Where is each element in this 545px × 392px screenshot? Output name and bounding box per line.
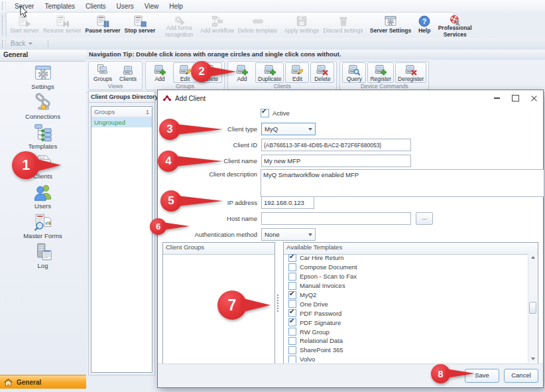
delete-template-button[interactable]: Delete template <box>236 13 280 38</box>
ribbon-device-query-button[interactable]: Query <box>342 62 366 83</box>
professional-services-button[interactable]: Professional Services <box>436 13 474 38</box>
client-id-field[interactable] <box>261 139 411 151</box>
server-settings-button[interactable]: Server Settings <box>368 13 413 38</box>
template-row[interactable]: PDF Signature <box>284 318 528 327</box>
dialog-title: Add Client <box>175 95 206 102</box>
add-forms-recognition-button[interactable]: Add forms recognition <box>160 13 198 38</box>
ribbon-group-clients: Add Duplicate Edit Delete Clien <box>227 61 337 90</box>
sidebar-item-connections[interactable]: Connections <box>0 93 86 121</box>
ribbon-group-device-commands: Query Register Deregister Device Command… <box>339 61 429 90</box>
template-checkbox[interactable] <box>288 300 296 308</box>
authentication-method-select[interactable]: None <box>261 228 316 241</box>
ribbon-views-groups-button[interactable]: Groups <box>91 62 115 83</box>
templates-icon <box>33 123 53 143</box>
template-checkbox[interactable] <box>288 309 296 317</box>
add-workflow-button[interactable]: Add workflow <box>198 13 236 38</box>
scroll-up-icon[interactable] <box>528 253 537 261</box>
sidebar-footer-general[interactable]: General <box>0 375 89 389</box>
sidebar-item-settings[interactable]: Settings <box>0 63 86 91</box>
panel-splitter[interactable] <box>275 242 282 364</box>
group-row-ungrouped[interactable]: Ungrouped <box>91 117 152 127</box>
menu-view[interactable]: View <box>139 1 164 11</box>
template-row[interactable]: MyQ2 <box>284 291 528 300</box>
chevron-down-icon <box>308 128 312 131</box>
template-label: PDF Signature <box>300 319 341 326</box>
cancel-button[interactable]: Cancel <box>504 369 538 383</box>
template-checkbox[interactable] <box>288 263 296 271</box>
template-row[interactable]: RW Group <box>284 327 528 336</box>
resume-server-button[interactable]: Resume server <box>41 13 84 38</box>
master-forms-icon <box>33 212 53 232</box>
menu-templates[interactable]: Templates <box>39 1 80 11</box>
menu-users[interactable]: Users <box>111 1 139 11</box>
stop-server-button[interactable]: Stop server <box>123 13 158 38</box>
template-row[interactable]: Volvo <box>284 355 528 363</box>
apply-settings-button[interactable]: Apply settings <box>282 13 321 38</box>
template-checkbox[interactable] <box>288 273 296 281</box>
callout-5: 5 <box>160 190 223 212</box>
ribbon-button-label: Duplicate <box>258 76 281 82</box>
template-checkbox[interactable] <box>288 291 296 299</box>
minimize-button[interactable] <box>487 91 506 105</box>
button-label: Professional Services <box>438 25 472 38</box>
template-row[interactable]: Manual Invoices <box>284 281 528 291</box>
template-row[interactable]: Relational Data <box>284 336 528 346</box>
help-button[interactable]: Help <box>416 13 433 38</box>
ribbon-device-register-button[interactable]: Register <box>367 62 394 83</box>
sidebar-item-users[interactable]: Users <box>0 182 86 210</box>
button-label: Resume server <box>43 28 82 34</box>
ribbon-clients-duplicate-button[interactable]: Duplicate <box>255 62 284 83</box>
template-row[interactable]: SharePoint 365 <box>284 346 528 355</box>
ribbon-clients-edit-button[interactable]: Edit <box>285 62 309 83</box>
ribbon-device-deregister-button[interactable]: Deregister <box>395 62 426 83</box>
dialog-title-bar[interactable]: Add Client <box>158 90 543 106</box>
template-row[interactable]: PDF Password <box>284 308 528 318</box>
templates-scrollbar[interactable] <box>528 253 537 363</box>
back-button[interactable]: Back <box>11 38 32 48</box>
template-row[interactable]: Car Hire Return <box>284 253 528 263</box>
template-checkbox[interactable] <box>288 337 296 345</box>
callout-2: 2 <box>191 61 236 82</box>
template-row[interactable]: Compose Document <box>284 263 528 272</box>
maximize-button[interactable] <box>506 91 524 105</box>
ribbon-clients-delete-button[interactable]: Delete <box>310 62 334 83</box>
template-row[interactable]: One Drive <box>284 299 528 308</box>
ribbon-views-clients-button[interactable]: Clients <box>116 62 140 83</box>
template-label: PDF Password <box>300 310 341 317</box>
sidebar-item-templates[interactable]: Templates <box>0 123 86 151</box>
ribbon-button-label: Groups <box>93 76 112 82</box>
menu-clients[interactable]: Clients <box>80 1 111 11</box>
client-type-select[interactable]: MyQ <box>261 123 316 135</box>
host-name-field[interactable] <box>261 212 411 225</box>
scrollbar-thumb[interactable] <box>529 302 536 314</box>
template-checkbox[interactable] <box>288 318 296 326</box>
pause-server-button[interactable]: Pause server <box>84 13 123 38</box>
close-button[interactable] <box>524 91 543 105</box>
sidebar-item-master-forms[interactable]: Master Forms <box>0 212 86 240</box>
template-label: Volvo <box>300 356 315 363</box>
template-checkbox[interactable] <box>288 282 296 290</box>
browse-button[interactable]: ... <box>416 212 433 225</box>
groups-list-header[interactable]: Groups 1 <box>91 107 152 117</box>
client-name-field[interactable] <box>261 155 411 167</box>
ribbon-groups-add-button[interactable]: Add <box>148 62 172 83</box>
connections-icon <box>33 93 53 113</box>
template-checkbox[interactable] <box>288 346 296 354</box>
sidebar-item-label: Templates <box>29 143 57 150</box>
template-checkbox[interactable] <box>288 356 296 363</box>
button-label: Start server <box>10 28 39 34</box>
menu-help[interactable]: Help <box>164 1 188 11</box>
active-checkbox[interactable] <box>261 109 269 117</box>
template-checkbox[interactable] <box>288 254 296 262</box>
discard-settings-icon <box>337 15 350 28</box>
template-checkbox[interactable] <box>288 328 296 336</box>
sidebar-item-label: Connections <box>25 113 60 120</box>
discard-settings-button[interactable]: Discard settings <box>321 13 365 38</box>
ip-address-field[interactable] <box>261 196 314 209</box>
edit-pencil-icon <box>291 64 303 76</box>
client-description-field[interactable]: MyQ Smartworkflow enabled MFP <box>261 169 544 197</box>
sidebar-item-log[interactable]: Log <box>0 242 86 270</box>
template-row[interactable]: Epson - Scan to Fax <box>284 272 528 281</box>
callout-1: 1 <box>12 151 61 179</box>
scroll-down-icon[interactable] <box>528 355 537 363</box>
